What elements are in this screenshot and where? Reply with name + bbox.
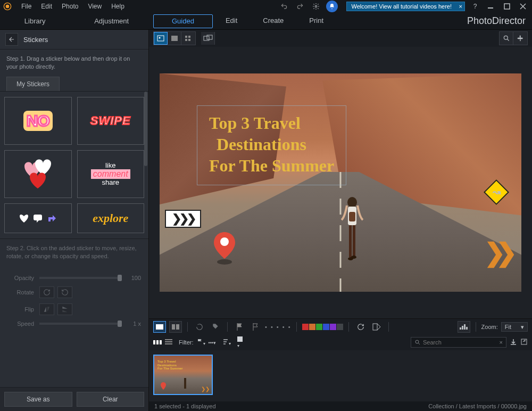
mode-tab-print[interactable]: Print <box>296 13 336 29</box>
svg-rect-37 <box>165 341 172 342</box>
share-arrow-icon <box>46 213 57 224</box>
view-grid-button[interactable] <box>181 32 195 45</box>
rotate-ccw-button[interactable] <box>57 286 72 298</box>
swatch-green[interactable] <box>316 324 322 330</box>
sort-button[interactable]: ▾ <box>222 339 231 346</box>
rotate-button[interactable] <box>354 321 367 333</box>
arrows-sticker[interactable]: ❯❯ <box>484 237 508 267</box>
search-input[interactable] <box>423 339 497 346</box>
close-window-icon[interactable] <box>517 1 529 12</box>
photo-canvas[interactable]: ❯❯❯ ↝ Top 3 Travel Destinations For The … <box>160 73 521 292</box>
opacity-value: 100 <box>126 275 141 281</box>
thumb-view-list-button[interactable] <box>169 321 182 333</box>
svg-rect-19 <box>349 225 352 257</box>
bell-icon[interactable] <box>326 1 338 12</box>
svg-rect-13 <box>204 36 209 40</box>
view-single-button[interactable] <box>154 32 168 45</box>
save-as-button[interactable]: Save as <box>4 392 72 407</box>
svg-rect-28 <box>373 324 377 330</box>
sticker-no[interactable]: NO <box>4 97 72 145</box>
swatch-blue[interactable] <box>323 324 329 330</box>
svg-rect-35 <box>160 340 162 344</box>
filmstrip-horizontal-button[interactable] <box>153 339 162 346</box>
sticker-explore[interactable]: explore <box>77 203 145 233</box>
svg-rect-20 <box>353 225 355 256</box>
zoom-tool-button[interactable] <box>500 32 513 45</box>
filter-rating-button[interactable]: •••▾ <box>209 339 216 346</box>
menu-file[interactable]: File <box>17 2 36 11</box>
module-adjustment[interactable]: Adjustment <box>90 15 133 27</box>
thumbnail-selected[interactable]: Top 3 TravelDestinationsFor The Summer ❯… <box>153 355 213 395</box>
clear-search-icon[interactable]: × <box>500 339 503 346</box>
sticker-social-icons[interactable] <box>4 203 72 233</box>
redo-icon[interactable] <box>294 1 306 12</box>
tag-button[interactable] <box>209 321 222 333</box>
flip-vertical-button[interactable] <box>57 303 72 315</box>
menu-view[interactable]: View <box>84 2 106 11</box>
svg-rect-36 <box>165 339 172 340</box>
flip-horizontal-button[interactable] <box>39 303 54 315</box>
swatch-orange[interactable] <box>309 324 315 330</box>
rotate-label: Rotate <box>7 289 34 295</box>
svg-rect-3 <box>488 7 493 9</box>
view-toolbar <box>149 30 532 47</box>
minimize-icon[interactable] <box>485 1 497 12</box>
crop-compare-button[interactable] <box>370 321 383 333</box>
maximize-icon[interactable] <box>501 1 513 12</box>
speed-slider[interactable] <box>39 323 122 325</box>
canvas-area: ❯❯❯ ↝ Top 3 Travel Destinations For The … <box>149 47 532 318</box>
undo-icon[interactable] <box>278 1 290 12</box>
welcome-banner[interactable]: Welcome! View all tutorial videos here! … <box>346 2 465 11</box>
help-icon[interactable]: ? <box>469 1 481 12</box>
filter-color-button[interactable]: ▾ <box>237 336 243 348</box>
svg-rect-27 <box>176 324 179 330</box>
right-area: ❯❯❯ ↝ Top 3 Travel Destinations For The … <box>149 30 532 411</box>
location-pin-sticker[interactable] <box>213 231 236 265</box>
rating-dots[interactable]: • • • • • <box>265 324 291 330</box>
thumb-view-filmstrip-button[interactable] <box>153 321 166 333</box>
gear-icon[interactable] <box>310 1 322 12</box>
swatch-gray[interactable] <box>337 324 343 330</box>
tab-my-stickers[interactable]: My Stickers <box>6 77 60 91</box>
zoom-select[interactable]: Fit ▾ <box>501 322 528 332</box>
rotate-cw-button[interactable] <box>39 286 54 298</box>
sticker-hearts[interactable] <box>4 150 72 198</box>
sticker-swipe[interactable]: SWIPE <box>77 97 145 145</box>
search-box[interactable]: × <box>411 337 506 348</box>
photo-text-box[interactable]: Top 3 Travel Destinations For The Summer <box>197 105 346 185</box>
scrollbar[interactable] <box>144 92 147 166</box>
mode-tab-guided[interactable]: Guided <box>153 14 213 28</box>
status-right: Collection / Latest Imports / 00000.jpg <box>428 403 527 409</box>
clear-button[interactable]: Clear <box>77 392 145 407</box>
swatch-red[interactable] <box>302 324 309 330</box>
reject-flag-button[interactable] <box>249 321 262 333</box>
pan-tool-button[interactable] <box>513 32 527 45</box>
swatch-purple[interactable] <box>330 324 336 330</box>
back-button[interactable] <box>5 33 18 46</box>
speed-value: 1 x <box>126 320 141 327</box>
rotate-left-button[interactable] <box>193 321 206 333</box>
sticker-like-comment-share[interactable]: like comment share <box>77 150 145 198</box>
svg-point-15 <box>504 36 508 39</box>
svg-rect-18 <box>349 212 355 221</box>
opacity-slider[interactable] <box>39 277 122 279</box>
module-library[interactable]: Library <box>20 15 50 27</box>
menu-help[interactable]: Help <box>107 2 129 11</box>
import-button[interactable] <box>510 338 517 347</box>
svg-rect-26 <box>172 324 175 330</box>
histogram-button[interactable] <box>458 321 470 333</box>
person-figure <box>337 196 367 276</box>
view-image-button[interactable] <box>168 32 181 45</box>
filter-flag-button[interactable]: ▾ <box>197 339 205 346</box>
export-button[interactable] <box>520 338 528 347</box>
close-icon[interactable]: × <box>459 3 462 10</box>
view-compare-button[interactable] <box>201 32 215 45</box>
mode-tab-create[interactable]: Create <box>250 13 296 29</box>
filmstrip-list-button[interactable] <box>165 339 172 346</box>
svg-rect-8 <box>171 36 178 41</box>
menu-photo[interactable]: Photo <box>57 2 82 11</box>
mode-tab-edit[interactable]: Edit <box>213 13 250 29</box>
menu-edit[interactable]: Edit <box>37 2 56 11</box>
chevron-down-icon: ▾ <box>521 324 524 331</box>
flag-button[interactable] <box>233 321 246 333</box>
